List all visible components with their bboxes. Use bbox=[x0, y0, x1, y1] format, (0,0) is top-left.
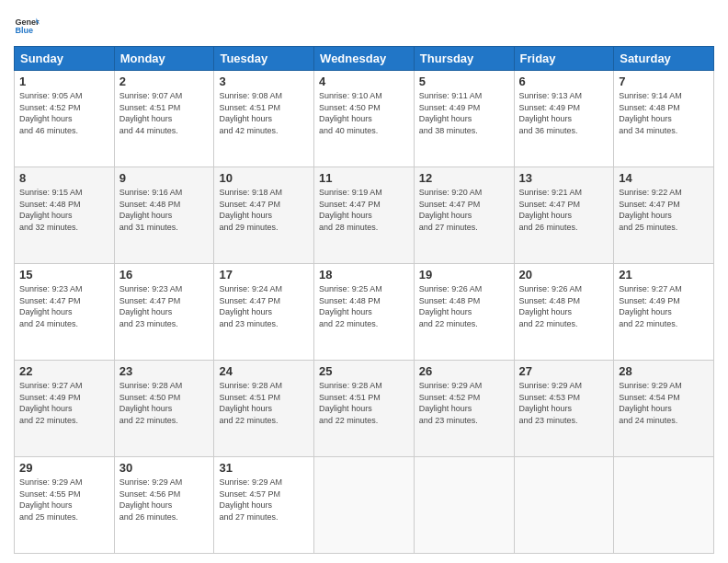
calendar-header-row: SundayMondayTuesdayWednesdayThursdayFrid… bbox=[15, 47, 714, 71]
week-row-1: 1Sunrise: 9:05 AMSunset: 4:52 PMDaylight… bbox=[15, 71, 714, 167]
cell-info: Sunrise: 9:29 AMSunset: 4:57 PMDaylight … bbox=[219, 477, 309, 523]
calendar-cell: 8Sunrise: 9:15 AMSunset: 4:48 PMDaylight… bbox=[15, 167, 115, 264]
day-number: 1 bbox=[19, 75, 109, 88]
calendar-cell: 6Sunrise: 9:13 AMSunset: 4:49 PMDaylight… bbox=[514, 71, 614, 167]
day-number: 24 bbox=[219, 364, 309, 378]
day-number: 2 bbox=[119, 75, 210, 88]
calendar-cell: 25Sunrise: 9:28 AMSunset: 4:51 PMDayligh… bbox=[314, 361, 415, 457]
cell-info: Sunrise: 9:18 AMSunset: 4:47 PMDaylight … bbox=[219, 187, 309, 233]
cell-info: Sunrise: 9:29 AMSunset: 4:54 PMDaylight … bbox=[619, 380, 709, 426]
calendar-cell: 5Sunrise: 9:11 AMSunset: 4:49 PMDaylight… bbox=[414, 71, 514, 167]
day-number: 14 bbox=[619, 171, 709, 185]
calendar-cell: 28Sunrise: 9:29 AMSunset: 4:54 PMDayligh… bbox=[614, 361, 714, 457]
calendar-cell: 27Sunrise: 9:29 AMSunset: 4:53 PMDayligh… bbox=[514, 361, 614, 457]
day-number: 3 bbox=[219, 75, 309, 88]
cell-info: Sunrise: 9:15 AMSunset: 4:48 PMDaylight … bbox=[19, 187, 109, 233]
calendar-cell: 22Sunrise: 9:27 AMSunset: 4:49 PMDayligh… bbox=[15, 361, 115, 457]
day-header-wednesday: Wednesday bbox=[314, 47, 415, 71]
day-number: 19 bbox=[419, 268, 509, 282]
cell-info: Sunrise: 9:23 AMSunset: 4:47 PMDaylight … bbox=[19, 283, 109, 329]
week-row-2: 8Sunrise: 9:15 AMSunset: 4:48 PMDaylight… bbox=[15, 167, 714, 264]
cell-info: Sunrise: 9:20 AMSunset: 4:47 PMDaylight … bbox=[419, 187, 509, 233]
day-number: 27 bbox=[519, 364, 609, 378]
day-number: 17 bbox=[219, 268, 309, 282]
calendar-cell: 3Sunrise: 9:08 AMSunset: 4:51 PMDaylight… bbox=[214, 71, 314, 167]
cell-info: Sunrise: 9:29 AMSunset: 4:55 PMDaylight … bbox=[19, 477, 109, 523]
day-number: 10 bbox=[219, 171, 309, 185]
day-number: 20 bbox=[519, 268, 609, 282]
calendar-cell: 23Sunrise: 9:28 AMSunset: 4:50 PMDayligh… bbox=[114, 361, 214, 457]
cell-info: Sunrise: 9:28 AMSunset: 4:51 PMDaylight … bbox=[219, 380, 309, 426]
cell-info: Sunrise: 9:19 AMSunset: 4:47 PMDaylight … bbox=[319, 187, 409, 233]
logo-icon: General Blue bbox=[14, 13, 40, 39]
day-number: 16 bbox=[119, 268, 210, 282]
week-row-5: 29Sunrise: 9:29 AMSunset: 4:55 PMDayligh… bbox=[15, 457, 714, 554]
day-number: 23 bbox=[119, 364, 210, 378]
cell-info: Sunrise: 9:28 AMSunset: 4:50 PMDaylight … bbox=[119, 380, 210, 426]
day-number: 28 bbox=[619, 364, 709, 378]
cell-info: Sunrise: 9:11 AMSunset: 4:49 PMDaylight … bbox=[419, 90, 509, 136]
day-number: 18 bbox=[319, 268, 409, 282]
calendar-cell: 21Sunrise: 9:27 AMSunset: 4:49 PMDayligh… bbox=[614, 264, 714, 361]
cell-info: Sunrise: 9:10 AMSunset: 4:50 PMDaylight … bbox=[319, 90, 409, 136]
cell-info: Sunrise: 9:27 AMSunset: 4:49 PMDaylight … bbox=[19, 380, 109, 426]
calendar-cell: 2Sunrise: 9:07 AMSunset: 4:51 PMDaylight… bbox=[114, 71, 214, 167]
day-number: 13 bbox=[519, 171, 609, 185]
calendar-cell: 24Sunrise: 9:28 AMSunset: 4:51 PMDayligh… bbox=[214, 361, 314, 457]
calendar-cell bbox=[614, 457, 714, 554]
cell-info: Sunrise: 9:16 AMSunset: 4:48 PMDaylight … bbox=[119, 187, 210, 233]
calendar-cell: 12Sunrise: 9:20 AMSunset: 4:47 PMDayligh… bbox=[414, 167, 514, 264]
day-header-saturday: Saturday bbox=[614, 47, 714, 71]
cell-info: Sunrise: 9:26 AMSunset: 4:48 PMDaylight … bbox=[519, 283, 609, 329]
logo: General Blue bbox=[14, 13, 40, 39]
calendar-cell: 17Sunrise: 9:24 AMSunset: 4:47 PMDayligh… bbox=[214, 264, 314, 361]
day-header-sunday: Sunday bbox=[15, 47, 115, 71]
week-row-4: 22Sunrise: 9:27 AMSunset: 4:49 PMDayligh… bbox=[15, 361, 714, 457]
day-number: 29 bbox=[19, 461, 109, 475]
day-number: 31 bbox=[219, 461, 309, 475]
calendar-cell: 20Sunrise: 9:26 AMSunset: 4:48 PMDayligh… bbox=[514, 264, 614, 361]
calendar-cell: 13Sunrise: 9:21 AMSunset: 4:47 PMDayligh… bbox=[514, 167, 614, 264]
calendar-cell: 10Sunrise: 9:18 AMSunset: 4:47 PMDayligh… bbox=[214, 167, 314, 264]
cell-info: Sunrise: 9:29 AMSunset: 4:52 PMDaylight … bbox=[419, 380, 509, 426]
calendar-cell: 1Sunrise: 9:05 AMSunset: 4:52 PMDaylight… bbox=[15, 71, 115, 167]
cell-info: Sunrise: 9:07 AMSunset: 4:51 PMDaylight … bbox=[119, 90, 210, 136]
day-number: 9 bbox=[119, 171, 210, 185]
calendar-cell: 26Sunrise: 9:29 AMSunset: 4:52 PMDayligh… bbox=[414, 361, 514, 457]
cell-info: Sunrise: 9:27 AMSunset: 4:49 PMDaylight … bbox=[619, 283, 709, 329]
calendar-cell bbox=[414, 457, 514, 554]
cell-info: Sunrise: 9:25 AMSunset: 4:48 PMDaylight … bbox=[319, 283, 409, 329]
day-number: 22 bbox=[19, 364, 109, 378]
calendar-cell: 31Sunrise: 9:29 AMSunset: 4:57 PMDayligh… bbox=[214, 457, 314, 554]
calendar-cell: 4Sunrise: 9:10 AMSunset: 4:50 PMDaylight… bbox=[314, 71, 415, 167]
cell-info: Sunrise: 9:23 AMSunset: 4:47 PMDaylight … bbox=[119, 283, 210, 329]
day-number: 12 bbox=[419, 171, 509, 185]
calendar-cell: 16Sunrise: 9:23 AMSunset: 4:47 PMDayligh… bbox=[114, 264, 214, 361]
page: General Blue SundayMondayTuesdayWednesda… bbox=[0, 0, 728, 563]
day-number: 21 bbox=[619, 268, 709, 282]
cell-info: Sunrise: 9:24 AMSunset: 4:47 PMDaylight … bbox=[219, 283, 309, 329]
calendar-cell: 29Sunrise: 9:29 AMSunset: 4:55 PMDayligh… bbox=[15, 457, 115, 554]
calendar-cell: 7Sunrise: 9:14 AMSunset: 4:48 PMDaylight… bbox=[614, 71, 714, 167]
cell-info: Sunrise: 9:08 AMSunset: 4:51 PMDaylight … bbox=[219, 90, 309, 136]
calendar-cell: 9Sunrise: 9:16 AMSunset: 4:48 PMDaylight… bbox=[114, 167, 214, 264]
day-header-friday: Friday bbox=[514, 47, 614, 71]
cell-info: Sunrise: 9:29 AMSunset: 4:53 PMDaylight … bbox=[519, 380, 609, 426]
cell-info: Sunrise: 9:14 AMSunset: 4:48 PMDaylight … bbox=[619, 90, 709, 136]
calendar-cell: 14Sunrise: 9:22 AMSunset: 4:47 PMDayligh… bbox=[614, 167, 714, 264]
svg-text:Blue: Blue bbox=[15, 26, 33, 35]
calendar-cell bbox=[314, 457, 415, 554]
cell-info: Sunrise: 9:21 AMSunset: 4:47 PMDaylight … bbox=[519, 187, 609, 233]
day-number: 8 bbox=[19, 171, 109, 185]
svg-text:General: General bbox=[15, 17, 40, 27]
day-header-tuesday: Tuesday bbox=[214, 47, 314, 71]
day-number: 6 bbox=[519, 75, 609, 88]
day-number: 5 bbox=[419, 75, 509, 88]
calendar-cell: 19Sunrise: 9:26 AMSunset: 4:48 PMDayligh… bbox=[414, 264, 514, 361]
calendar-cell bbox=[514, 457, 614, 554]
day-number: 30 bbox=[119, 461, 210, 475]
day-header-thursday: Thursday bbox=[414, 47, 514, 71]
header: General Blue bbox=[14, 9, 714, 39]
calendar-table: SundayMondayTuesdayWednesdayThursdayFrid… bbox=[14, 46, 714, 554]
day-header-monday: Monday bbox=[114, 47, 214, 71]
